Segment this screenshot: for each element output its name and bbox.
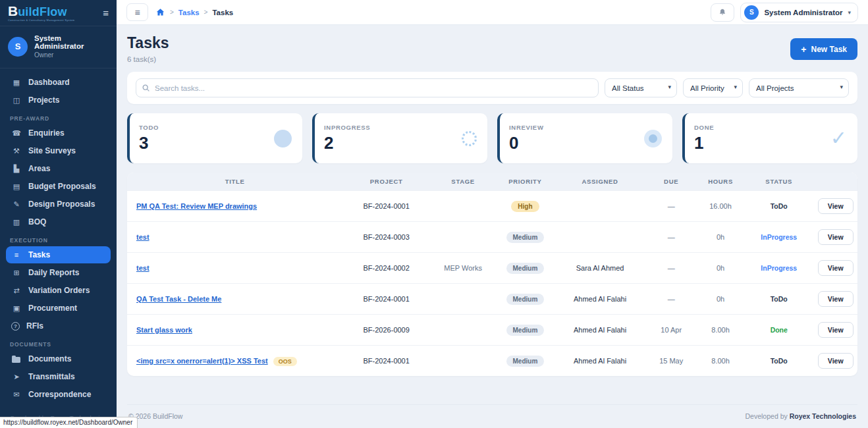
check-icon: ✓ bbox=[830, 128, 847, 148]
column-header-project: PROJECT bbox=[342, 173, 430, 191]
breadcrumb-link-tasks[interactable]: Tasks bbox=[178, 9, 200, 16]
sidebar-item-transmittals[interactable]: ➤Transmittals bbox=[6, 368, 111, 385]
sidebar-item-design-proposals[interactable]: ✎Design Proposals bbox=[6, 196, 111, 213]
sidebar-item-procurement[interactable]: ▣Procurement bbox=[6, 300, 111, 317]
cell-stage bbox=[430, 284, 496, 315]
sidebar-item-dashboard[interactable]: ▦Dashboard bbox=[6, 74, 111, 91]
cell-priority: Medium bbox=[496, 315, 555, 346]
sidebar-item-label: Variation Orders bbox=[28, 286, 90, 295]
sidebar-item-areas[interactable]: ▙Areas bbox=[6, 160, 111, 177]
sidebar-item-rfis[interactable]: ?RFIs bbox=[6, 317, 111, 334]
filter-bar: All Status All Priority All Projects bbox=[127, 72, 857, 104]
priority-badge: Medium bbox=[506, 294, 545, 305]
task-title-link[interactable]: QA Test Task - Delete Me bbox=[136, 295, 221, 303]
column-header-title: TITLE bbox=[127, 173, 342, 191]
cell-assigned bbox=[555, 222, 646, 253]
cell-hours: 0h bbox=[697, 253, 744, 284]
sidebar-item-variation-orders[interactable]: ⇄Variation Orders bbox=[6, 282, 111, 299]
sidebar-item-daily-reports[interactable]: ⊞Daily Reports bbox=[6, 264, 111, 281]
cell-priority: Medium bbox=[496, 346, 555, 377]
status-badge: ToDo bbox=[771, 295, 788, 303]
menu-toggle-button[interactable]: ≡ bbox=[126, 3, 148, 21]
view-button[interactable]: View bbox=[818, 322, 854, 338]
sidebar-item-documents[interactable]: Documents bbox=[6, 350, 111, 367]
cell-actions: View bbox=[813, 191, 857, 222]
task-title-link[interactable]: test bbox=[136, 233, 149, 241]
ruler-icon: ▙ bbox=[11, 165, 22, 173]
view-button[interactable]: View bbox=[818, 198, 854, 214]
sidebar-item-label: Design Proposals bbox=[28, 200, 95, 209]
cell-due: — bbox=[645, 284, 697, 315]
task-title-link[interactable]: test bbox=[136, 264, 149, 272]
sidebar-item-enquiries[interactable]: ☎Enquiries bbox=[6, 124, 111, 142]
pen-icon: ✎ bbox=[11, 200, 22, 209]
column-header-status: STATUS bbox=[744, 173, 813, 191]
sidebar-collapse-icon[interactable]: ≡ bbox=[103, 7, 109, 18]
cell-hours: 16.00h bbox=[697, 191, 744, 222]
status-badge: ToDo bbox=[771, 357, 788, 365]
sidebar-section-documents: DOCUMENTS bbox=[10, 341, 107, 348]
circle-icon bbox=[274, 130, 292, 147]
user-menu-name: System Administrator bbox=[764, 9, 842, 16]
cell-assigned bbox=[555, 191, 646, 222]
view-button[interactable]: View bbox=[818, 291, 854, 307]
column-header-stage: STAGE bbox=[430, 173, 496, 191]
sidebar-item-site-surveys[interactable]: ⚒Site Surveys bbox=[6, 142, 111, 159]
cell-title: Start glass work bbox=[127, 315, 342, 346]
task-title-link[interactable]: Start glass work bbox=[136, 326, 192, 334]
bell-icon bbox=[718, 8, 727, 17]
table-row: Start glass workBF-2026-0009MediumAhmed … bbox=[127, 315, 857, 346]
status-filter-select[interactable]: All Status bbox=[605, 78, 677, 97]
sidebar: BuildFlow Construction & Consultancy Man… bbox=[0, 0, 117, 428]
cell-priority: Medium bbox=[496, 253, 555, 284]
cell-actions: View bbox=[813, 346, 857, 377]
cell-status: ToDo bbox=[744, 191, 813, 222]
cell-assigned: Ahmed Al Falahi bbox=[555, 346, 646, 377]
priority-badge: Medium bbox=[506, 263, 545, 274]
credit-name[interactable]: Royex Technologies bbox=[790, 412, 856, 420]
column-header-actions bbox=[813, 173, 857, 191]
cell-status: ToDo bbox=[744, 346, 813, 377]
sidebar-item-boq[interactable]: ▥BOQ bbox=[6, 213, 111, 230]
sidebar-item-projects[interactable]: ◫Projects bbox=[6, 92, 111, 109]
cell-actions: View bbox=[813, 222, 857, 253]
projects-filter-select[interactable]: All Projects bbox=[749, 78, 849, 97]
cell-actions: View bbox=[813, 284, 857, 315]
sidebar-item-label: Correspondence bbox=[28, 390, 91, 399]
stat-card-inreview: INREVIEW0 bbox=[497, 113, 672, 163]
home-icon[interactable] bbox=[155, 7, 165, 17]
view-button[interactable]: View bbox=[818, 353, 854, 369]
cell-project: BF-2024-0003 bbox=[342, 222, 430, 253]
priority-badge: Medium bbox=[506, 325, 545, 336]
sidebar-item-tasks[interactable]: ≡Tasks bbox=[6, 246, 111, 263]
view-button[interactable]: View bbox=[818, 229, 854, 245]
priority-filter-wrap: All Priority bbox=[683, 78, 743, 97]
sidebar-item-label: Daily Reports bbox=[28, 268, 79, 277]
table-row: PM QA Test: Review MEP drawingsBF-2024-0… bbox=[127, 191, 857, 222]
cell-due: 10 Apr bbox=[645, 315, 697, 346]
priority-badge: Medium bbox=[506, 356, 545, 367]
task-count: 6 task(s) bbox=[127, 55, 169, 63]
sidebar-item-correspondence[interactable]: ✉Correspondence bbox=[6, 386, 111, 403]
sidebar-item-label: Procurement bbox=[28, 304, 77, 313]
status-badge: InProgress bbox=[761, 233, 797, 241]
sidebar-item-label: Projects bbox=[28, 95, 59, 105]
user-menu-button[interactable]: S System Administrator ▾ bbox=[740, 3, 858, 22]
stat-value: 2 bbox=[324, 133, 370, 153]
tasks-icon: ≡ bbox=[11, 251, 22, 259]
invoice-icon: ▥ bbox=[11, 218, 22, 227]
task-title-link[interactable]: PM QA Test: Review MEP drawings bbox=[136, 202, 257, 210]
sidebar-item-budget-proposals[interactable]: ▤Budget Proposals bbox=[6, 178, 111, 195]
buildflow-logo[interactable]: BuildFlow Construction & Consultancy Man… bbox=[8, 4, 74, 22]
send-icon: ➤ bbox=[11, 373, 22, 381]
sidebar-user[interactable]: S System Administrator Owner bbox=[0, 26, 117, 68]
search-input[interactable] bbox=[136, 78, 599, 97]
status-badge: InProgress bbox=[761, 264, 797, 272]
notifications-button[interactable] bbox=[711, 3, 734, 22]
view-button[interactable]: View bbox=[818, 260, 854, 276]
dashboard-icon: ▦ bbox=[11, 78, 22, 87]
page-footer: © 2026 BuildFlow Developed by Royex Tech… bbox=[127, 404, 857, 428]
new-task-button[interactable]: + New Task bbox=[790, 38, 857, 60]
priority-filter-select[interactable]: All Priority bbox=[683, 78, 743, 97]
task-title-link[interactable]: <img src=x onerror=alert(1)> XSS Test bbox=[136, 357, 268, 365]
